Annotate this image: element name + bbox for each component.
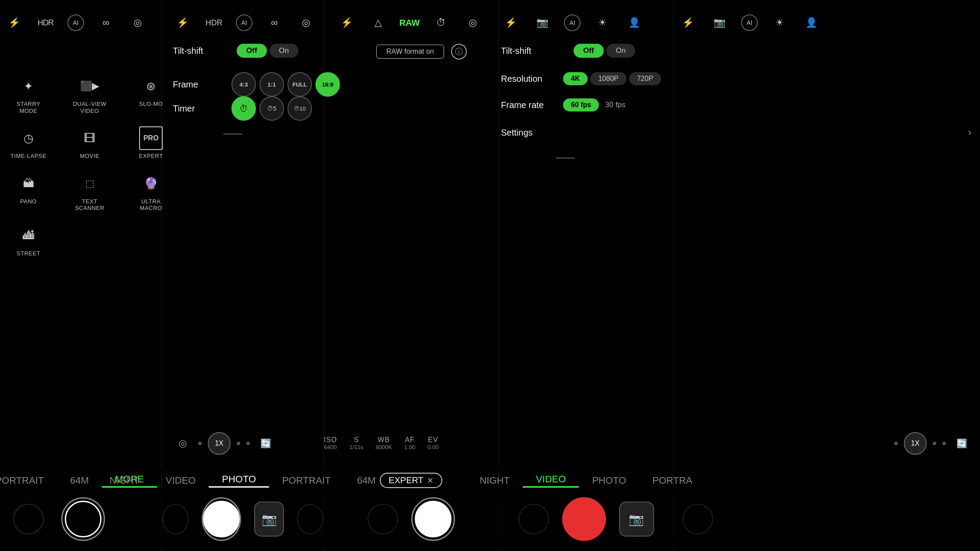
mode-tab-video-s4[interactable]: VIDEO [523,474,579,488]
mode-tab-night-s4[interactable]: NIGHT [466,475,522,486]
flash-s5[interactable]: ⚡ [678,13,697,32]
expert-close-btn[interactable]: ✕ [427,476,434,485]
flip-camera-left[interactable]: 🔄 [256,434,275,453]
zoom-1x-right[interactable]: 1X [904,432,927,455]
mode-tab-night-s2[interactable]: NIGHT [96,475,152,486]
clock-s3[interactable]: ⏱ [431,13,451,32]
wb-control[interactable]: WB 8000K [375,436,392,450]
flash-s3[interactable]: ⚡ [337,13,356,32]
frame-btn-43[interactable]: 4:3 [231,72,256,97]
expert-badge[interactable]: EXPERT ✕ [380,473,442,488]
af-label: AF [405,436,414,444]
frame-btn-11[interactable]: 1:1 [259,72,284,97]
flash-icon-s1[interactable]: ⚡ [4,13,24,32]
mode-pano[interactable]: 🏔 PANO [9,172,48,212]
zoom-1x-left[interactable]: 1X [208,432,231,455]
frame-btn-full[interactable]: FULL [287,72,312,97]
ai-s4[interactable]: AI [564,14,581,31]
sun-s5[interactable]: ☀ [770,13,789,32]
cam-s5[interactable]: 📷 [710,13,729,32]
hdr-s2[interactable]: HDR [204,13,224,32]
flash-s4[interactable]: ⚡ [501,13,520,32]
res-1080p-btn[interactable]: 1080P [590,72,626,85]
flash-icon-s2[interactable]: ⚡ [173,13,192,32]
mode-tab-64m-s1[interactable]: 64M [57,475,102,486]
shutter-btn-s1[interactable] [61,497,105,541]
fps-60-btn[interactable]: 60 fps [563,98,599,112]
mode-ultra-macro[interactable]: 🔮 ULTRAMACRO [131,172,171,212]
target-icon-s1[interactable]: ◎ [128,13,147,32]
zoom-dot-2 [237,442,240,445]
timer-btn-10[interactable]: ⏱10 [287,96,312,121]
infinity-icon-s1[interactable]: ∞ [96,13,116,32]
shutter-small-s1[interactable] [13,504,44,534]
sun-s4[interactable]: ☀ [593,13,612,32]
ai-s2[interactable]: AI [236,14,252,31]
shutter-btn-s3[interactable] [411,497,455,541]
frame-btn-169[interactable]: 16:9 [315,72,340,97]
settings-chevron[interactable]: › [968,127,971,138]
shutter-small-s4[interactable] [518,504,549,534]
ultra-macro-label: ULTRAMACRO [140,198,162,212]
ev-control[interactable]: EV 0.00 [427,436,438,450]
slo-mo-icon: ⊛ [139,74,163,98]
shutter-small-s2[interactable] [162,504,189,534]
expert-badge-label: EXPERT [388,475,424,485]
raw-format-button[interactable]: RAW format on [376,45,444,59]
timer-btn-0[interactable]: ⏱ [231,96,256,121]
gallery-btn-s4[interactable]: 📷 [619,502,654,537]
raw-s3[interactable]: RAW [400,13,419,32]
mode-dual-view[interactable]: ⬛▶ DUAL-VIEWVIDEO [70,74,109,114]
starry-label: STARRYMODE [17,101,41,114]
mode-street[interactable]: 🏙 STREET [9,224,48,257]
mode-movie[interactable]: 🎞 MOVIE [70,126,109,160]
mode-expert[interactable]: PRO EXPERT [131,126,171,160]
hdr-icon-s1[interactable]: HDR [36,13,55,32]
tiltshift-on-btn-s4[interactable]: On [606,44,636,58]
infinity-s2[interactable]: ∞ [265,13,284,32]
shutter-control[interactable]: S 1/11s [350,436,364,450]
shutter-small-s3[interactable] [368,504,398,534]
mode-starry[interactable]: ✦ STARRYMODE [9,74,48,114]
timer-btn-5[interactable]: ⏱5 [259,96,284,121]
mode-tab-portrait-s4[interactable]: PORTRA [639,475,705,486]
shutter-small-s2b[interactable] [297,504,323,534]
mode-slo-mo[interactable]: ⊛ SLO-MO [131,74,171,114]
tiltshift-label-s2: Tilt-shift [173,46,221,56]
iso-value: 6400 [324,444,337,450]
target-s3[interactable]: ◎ [463,13,482,32]
triangle-s3[interactable]: △ [368,13,388,32]
mode-timelapse[interactable]: ◷ TIME-LAPSE [9,126,48,160]
gallery-btn-s2[interactable]: 📷 [254,502,284,537]
frame-label-s2: Frame [173,80,221,90]
shutter-btn-s2[interactable] [202,497,241,541]
shutter-small-s5[interactable] [682,504,713,534]
info-icon[interactable]: ⓘ [451,44,467,59]
mode-tab-video-s2[interactable]: VIDEO [153,475,209,486]
expert-bar: ISO 6400 S 1/11s WB 8000K AF 1.00 EV 0.0… [324,436,439,450]
user-s4[interactable]: 👤 [624,13,644,32]
af-control[interactable]: AF 1.00 [404,436,415,450]
tiltshift-off-btn-s2[interactable]: Off [237,44,267,58]
ai-icon-s1[interactable]: AI [67,14,84,31]
dual-view-label: DUAL-VIEWVIDEO [73,101,107,114]
res-4k-btn[interactable]: 4K [563,72,588,85]
user-s5[interactable]: 👤 [802,13,821,32]
wb-value: 8000K [375,444,392,450]
mode-tab-photo-s4[interactable]: PHOTO [579,475,639,486]
target-s2[interactable]: ◎ [296,13,315,32]
mode-text-scanner[interactable]: ⬚ TEXTSCANNER [70,172,109,212]
tiltshift-off-btn-s4[interactable]: Off [574,44,604,58]
res-720p-btn[interactable]: 720P [629,72,661,85]
cam-s4[interactable]: 📷 [532,13,552,32]
shutter-btn-s4[interactable] [562,497,606,541]
flip-camera-right[interactable]: 🔄 [952,434,971,453]
focus-icon-left[interactable]: ◎ [173,434,192,453]
tiltshift-on-btn-s2[interactable]: On [270,44,299,58]
ai-s5[interactable]: AI [741,14,758,31]
wb-label: WB [378,436,390,444]
iso-control[interactable]: ISO 6400 [324,436,337,450]
mode-tab-portrait-s1[interactable]: PORTRAIT [0,475,57,486]
starry-icon: ✦ [17,74,40,98]
mode-tab-photo-s2[interactable]: PHOTO [209,474,269,488]
